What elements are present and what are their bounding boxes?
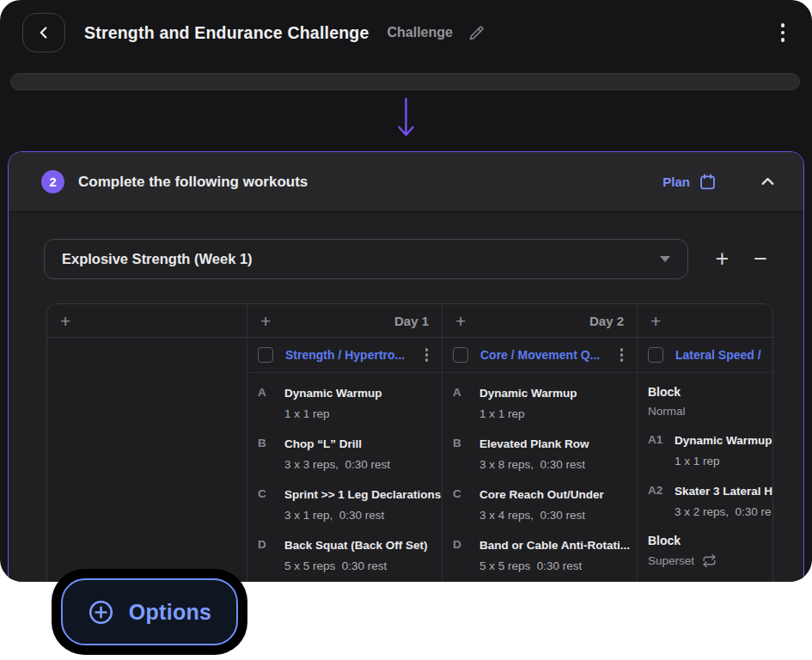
chevron-up-icon xyxy=(758,172,778,192)
exercise-tag: D xyxy=(258,537,284,572)
board-header-cell: + Day 1 xyxy=(247,304,443,338)
arrow-down-icon xyxy=(395,96,417,139)
block-mode: Superset xyxy=(648,553,767,568)
board-column-empty xyxy=(47,338,247,582)
exercise-detail: 3 x 3 reps, 0:30 rest xyxy=(284,458,390,471)
exercise-detail: 3 x 4 reps, 0:30 rest xyxy=(479,509,604,522)
remove-week-button[interactable]: − xyxy=(754,248,767,271)
exercise-detail: 1 x 1 rep xyxy=(284,407,382,420)
exercise-name: Back Squat (Back Off Set) xyxy=(284,539,428,552)
collapse-button[interactable] xyxy=(758,172,778,192)
exercise-name: Core Reach Out/Under xyxy=(479,488,604,501)
back-button[interactable] xyxy=(22,13,65,52)
add-workout-button[interactable]: + xyxy=(60,312,70,330)
exercise-tag: B xyxy=(453,436,479,471)
exercise-row[interactable]: B Chop “L” Drill 3 x 3 reps, 0:30 rest xyxy=(258,436,437,471)
exercise-tag: B xyxy=(258,436,284,471)
workout-checkbox[interactable] xyxy=(453,347,468,363)
exercise-list: A Dynamic Warmup 1 x 1 rep B Elevated Pl… xyxy=(443,373,637,582)
workout-checkbox[interactable] xyxy=(648,347,663,363)
exercise-name: Dynamic Warmup xyxy=(284,387,382,400)
workout-title-link[interactable]: Lateral Speed / Ply xyxy=(675,348,762,362)
exercise-row[interactable]: A1 Dynamic Warmup 1 x 1 rep xyxy=(648,432,767,468)
exercise-list: A Dynamic Warmup 1 x 1 rep B Chop “L” Dr… xyxy=(247,373,442,582)
exercise-row[interactable]: C Core Reach Out/Under 3 x 4 reps, 0:30 … xyxy=(453,486,632,522)
board-header-cell: + xyxy=(47,304,247,338)
board-column-day1: Strength / Hypertro... A Dynamic Warmup … xyxy=(247,338,443,582)
week-select-dropdown[interactable]: Explosive Strength (Week 1) xyxy=(44,239,688,279)
kebab-menu-icon[interactable] xyxy=(776,20,791,46)
step-card: 2 Complete the following workouts Plan E… xyxy=(8,151,804,582)
add-workout-button[interactable]: + xyxy=(455,312,466,330)
previous-step-card[interactable] xyxy=(10,73,800,90)
step-header: 2 Complete the following workouts Plan xyxy=(9,152,803,212)
workout-card-header: Strength / Hypertro... xyxy=(247,338,442,373)
exercise-row[interactable]: A Dynamic Warmup 1 x 1 rep xyxy=(453,385,632,420)
exercise-detail: 1 x 1 rep xyxy=(479,407,577,420)
exercise-name: Band or Cable Anti-Rotati... xyxy=(479,539,630,552)
exercise-tag: D xyxy=(453,537,479,572)
caret-down-icon xyxy=(660,256,670,262)
pencil-icon[interactable] xyxy=(467,24,485,42)
workout-title-link[interactable]: Core / Movement Q... xyxy=(480,348,600,362)
day-label: Day 2 xyxy=(589,314,624,328)
workout-kebab-icon[interactable] xyxy=(422,346,432,364)
workout-card-header: Lateral Speed / Ply xyxy=(638,338,772,373)
workout-title-link[interactable]: Strength / Hypertro... xyxy=(285,348,405,362)
exercise-name: Skater 3 Lateral Ho xyxy=(675,485,772,498)
exercise-name: Dynamic Warmup xyxy=(675,434,772,447)
board-header-cell: + Day 2 xyxy=(443,304,638,338)
repeat-loop-icon xyxy=(702,553,717,568)
block-label: Block xyxy=(648,385,767,399)
block-label: Block xyxy=(648,534,767,547)
exercise-tag: A2 xyxy=(648,483,675,518)
page-type-label: Challenge xyxy=(387,25,452,40)
exercise-row[interactable]: D Band or Cable Anti-Rotati... 5 x 5 rep… xyxy=(453,537,632,572)
add-workout-button[interactable]: + xyxy=(650,312,661,330)
top-bar: Strength and Endurance Challenge Challen… xyxy=(0,0,812,65)
plan-button[interactable]: Plan xyxy=(662,173,717,191)
day-label: Day 1 xyxy=(394,314,429,328)
exercise-name: Dynamic Warmup xyxy=(479,387,577,400)
block-mode: Normal xyxy=(648,405,767,418)
block-mode-label: Superset xyxy=(648,554,694,567)
exercise-row[interactable]: C Sprint >> 1 Leg Declarations 3 x 1 rep… xyxy=(258,486,437,522)
workout-checkbox[interactable] xyxy=(258,347,273,363)
exercise-detail: 3 x 1 rep, 0:30 rest xyxy=(284,509,441,522)
calendar-icon xyxy=(699,173,717,191)
exercise-row[interactable]: A2 Skater 3 Lateral Ho 3 x 2 reps, 0:30 … xyxy=(648,483,767,518)
week-selector-row: Explosive Strength (Week 1) + − xyxy=(9,239,803,279)
exercise-row[interactable]: A Dynamic Warmup 1 x 1 rep xyxy=(258,385,437,420)
plus-circle-icon xyxy=(88,599,114,626)
app-window: Strength and Endurance Challenge Challen… xyxy=(0,0,812,582)
options-highlight-ring: Options xyxy=(52,569,247,655)
add-workout-button[interactable]: + xyxy=(260,312,271,330)
page-title: Strength and Endurance Challenge xyxy=(84,23,369,43)
exercise-tag: C xyxy=(258,486,284,522)
exercise-detail: 5 x 5 reps 0:30 rest xyxy=(284,559,428,572)
exercise-detail: 1 x 1 rep xyxy=(675,455,772,468)
exercise-detail: 3 x 2 reps, 0:30 re xyxy=(675,505,772,518)
exercise-row[interactable]: B Elevated Plank Row 3 x 8 reps, 0:30 re… xyxy=(453,436,632,471)
exercise-tag: A xyxy=(453,385,479,420)
exercise-name: Elevated Plank Row xyxy=(479,437,589,450)
exercise-tag: A xyxy=(258,385,284,420)
block-group: Block Superset xyxy=(648,534,767,568)
exercise-detail: 5 x 5 reps 0:30 rest xyxy=(479,559,630,572)
plan-label: Plan xyxy=(662,174,690,189)
week-select-value: Explosive Strength (Week 1) xyxy=(62,251,253,267)
exercise-tag: C xyxy=(453,486,479,522)
add-week-button[interactable]: + xyxy=(715,248,729,271)
board-header-cell: + xyxy=(638,304,772,338)
exercise-tag: A1 xyxy=(648,432,675,468)
step-title: Complete the following workouts xyxy=(78,174,308,191)
board-column-day2: Core / Movement Q... A Dynamic Warmup 1 … xyxy=(443,338,638,582)
chevron-left-icon xyxy=(34,23,53,42)
options-label: Options xyxy=(129,600,212,625)
exercise-row[interactable]: D Back Squat (Back Off Set) 5 x 5 reps 0… xyxy=(258,537,437,572)
exercise-name: Chop “L” Drill xyxy=(284,437,362,450)
options-button[interactable]: Options xyxy=(61,578,238,645)
exercise-name: Sprint >> 1 Leg Declarations xyxy=(284,488,441,501)
step-number-badge: 2 xyxy=(41,170,64,193)
workout-kebab-icon[interactable] xyxy=(617,346,627,364)
